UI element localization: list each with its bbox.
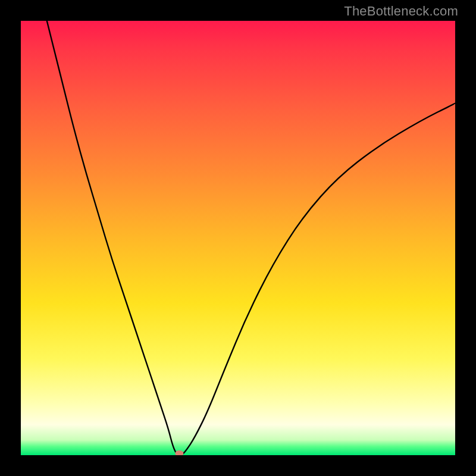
- bottleneck-curve: [21, 21, 455, 455]
- optimum-marker-icon: [175, 450, 183, 455]
- chart-frame: TheBottleneck.com: [0, 0, 476, 476]
- plot-area: [21, 21, 455, 455]
- watermark-text: TheBottleneck.com: [344, 4, 458, 19]
